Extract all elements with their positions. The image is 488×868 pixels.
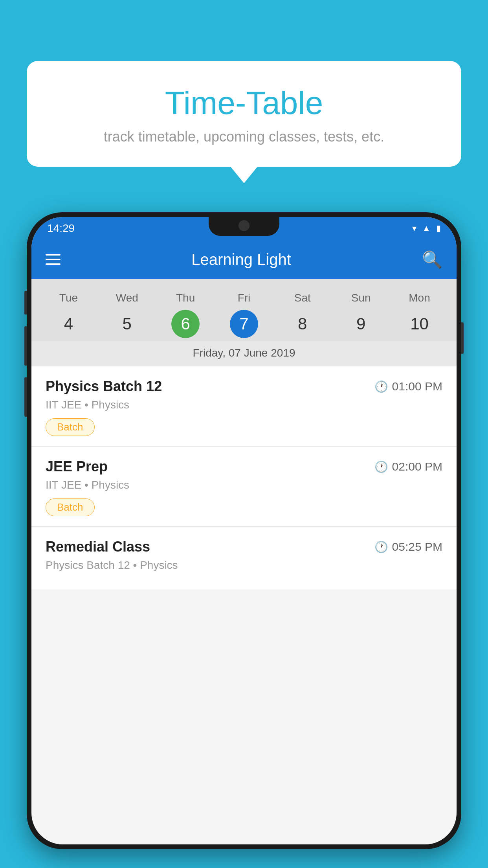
schedule-item-title: Physics Batch 12	[46, 378, 162, 395]
day-name: Mon	[409, 292, 430, 304]
phone-outer: 14:29 ▾ ▲ ▮ Learning Light 🔍 Tue	[27, 212, 461, 849]
day-col-5[interactable]: Wed5	[103, 292, 150, 338]
day-number: 4	[54, 310, 83, 338]
schedule-item-0[interactable]: Physics Batch 12 🕐 01:00 PM IIT JEE • Ph…	[31, 366, 457, 447]
clock-icon: 🕐	[374, 380, 388, 393]
tooltip-title: Time-Table	[46, 85, 442, 121]
day-name: Sun	[351, 292, 371, 304]
phone-camera	[238, 220, 250, 231]
day-name: Wed	[116, 292, 138, 304]
day-col-6[interactable]: Thu6	[162, 292, 209, 338]
status-time: 14:29	[47, 222, 75, 235]
day-col-7[interactable]: Fri7	[220, 292, 268, 338]
schedule-item-header: Physics Batch 12 🕐 01:00 PM	[46, 378, 442, 395]
day-col-9[interactable]: Sun9	[338, 292, 385, 338]
batch-badge: Batch	[46, 418, 95, 436]
schedule-item-header: Remedial Class 🕐 05:25 PM	[46, 539, 442, 555]
phone-side-btn-left1	[24, 291, 27, 314]
signal-icon: ▲	[422, 223, 431, 234]
schedule-item-time: 🕐 02:00 PM	[374, 460, 442, 473]
search-icon[interactable]: 🔍	[422, 250, 442, 269]
clock-icon: 🕐	[374, 541, 388, 554]
day-number: 5	[113, 310, 141, 338]
phone-wrapper: 14:29 ▾ ▲ ▮ Learning Light 🔍 Tue	[27, 212, 461, 868]
schedule-item-sub: IIT JEE • Physics	[46, 399, 442, 411]
app-title: Learning Light	[75, 251, 408, 268]
day-name: Tue	[59, 292, 78, 304]
batch-badge: Batch	[46, 498, 95, 516]
schedule-list: Physics Batch 12 🕐 01:00 PM IIT JEE • Ph…	[31, 366, 457, 589]
schedule-item-time: 🕐 01:00 PM	[374, 380, 442, 393]
schedule-item-title: JEE Prep	[46, 458, 108, 475]
clock-icon: 🕐	[374, 460, 388, 473]
schedule-item-header: JEE Prep 🕐 02:00 PM	[46, 458, 442, 475]
phone-side-btn-right	[461, 322, 464, 354]
selected-date-label: Friday, 07 June 2019	[31, 341, 457, 366]
hamburger-icon[interactable]	[46, 254, 61, 265]
day-number: 8	[288, 310, 317, 338]
battery-icon: ▮	[436, 223, 441, 234]
schedule-item-sub: IIT JEE • Physics	[46, 479, 442, 491]
day-name: Fri	[238, 292, 251, 304]
day-number: 10	[405, 310, 433, 338]
schedule-item-1[interactable]: JEE Prep 🕐 02:00 PM IIT JEE • Physics Ba…	[31, 447, 457, 527]
schedule-item-2[interactable]: Remedial Class 🕐 05:25 PM Physics Batch …	[31, 527, 457, 589]
tooltip-subtitle: track timetable, upcoming classes, tests…	[46, 129, 442, 145]
tooltip-card: Time-Table track timetable, upcoming cla…	[27, 61, 461, 167]
day-name: Sat	[294, 292, 311, 304]
calendar-section: Tue4Wed5Thu6Fri7Sat8Sun9Mon10 Friday, 07…	[31, 279, 457, 366]
day-col-10[interactable]: Mon10	[396, 292, 443, 338]
app-bar: Learning Light 🔍	[31, 240, 457, 279]
schedule-item-time: 🕐 05:25 PM	[374, 540, 442, 554]
schedule-item-sub: Physics Batch 12 • Physics	[46, 559, 442, 572]
day-name: Thu	[176, 292, 195, 304]
day-number: 9	[347, 310, 375, 338]
phone-side-btn-left3	[24, 377, 27, 417]
phone-side-btn-left2	[24, 326, 27, 366]
day-number: 6	[171, 310, 200, 338]
phone-screen: 14:29 ▾ ▲ ▮ Learning Light 🔍 Tue	[31, 217, 457, 844]
schedule-item-title: Remedial Class	[46, 539, 150, 555]
wifi-icon: ▾	[412, 223, 416, 234]
day-col-8[interactable]: Sat8	[279, 292, 326, 338]
day-col-4[interactable]: Tue4	[45, 292, 92, 338]
day-number: 7	[230, 310, 258, 338]
days-row: Tue4Wed5Thu6Fri7Sat8Sun9Mon10	[31, 287, 457, 341]
status-icons: ▾ ▲ ▮	[412, 223, 441, 234]
